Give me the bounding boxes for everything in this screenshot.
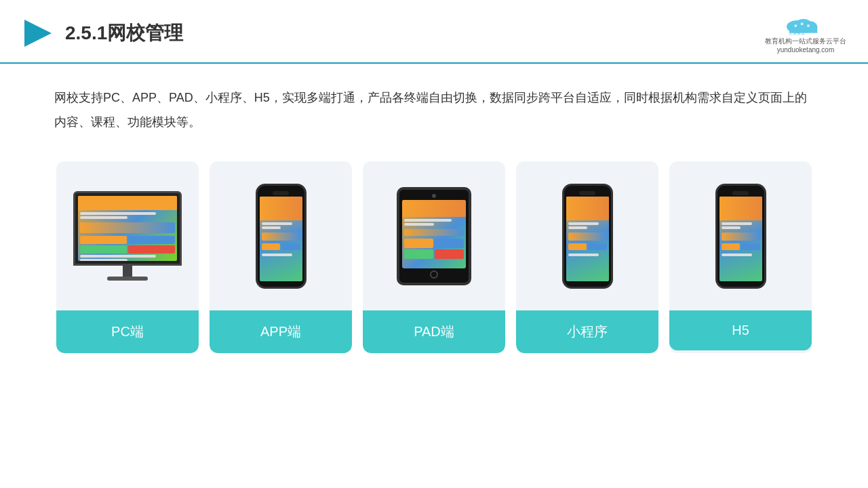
brand-tagline: 教育机构一站式服务云平台yunduoketang.com	[765, 37, 846, 54]
brand-url: yunduoketang.com	[777, 46, 835, 54]
card-miniapp-image	[516, 161, 658, 310]
miniapp-device-mock	[562, 184, 613, 289]
card-app-image	[210, 161, 352, 310]
app-device-mock	[256, 184, 307, 289]
svg-text:云朵课堂: 云朵课堂	[789, 31, 805, 35]
svg-marker-0	[24, 20, 52, 47]
card-pad: PAD端	[363, 161, 505, 353]
card-miniapp: 小程序	[516, 161, 658, 353]
card-h5-label: H5	[669, 310, 812, 350]
card-pc: PC端	[56, 161, 199, 353]
h5-device-mock	[715, 184, 766, 289]
page-title: 2.5.1网校管理	[65, 20, 183, 46]
card-miniapp-label: 小程序	[516, 310, 658, 353]
card-h5-image	[669, 161, 812, 310]
card-h5: H5	[669, 161, 812, 353]
header: 2.5.1网校管理 云朵课堂 教育机构一站式服务云平台yunduoketang.…	[0, 0, 868, 64]
description-text: 网校支持PC、APP、PAD、小程序、H5，实现多端打通，产品各终端自由切换，数…	[0, 64, 868, 145]
card-pad-label: PAD端	[363, 310, 505, 353]
pad-device-mock	[397, 187, 471, 285]
card-app: APP端	[210, 161, 352, 353]
card-pc-image	[56, 161, 199, 310]
card-pc-label: PC端	[56, 310, 199, 353]
cards-container: PC端	[0, 145, 868, 369]
svg-point-5	[794, 24, 797, 27]
play-arrow-icon	[22, 17, 54, 49]
card-app-label: APP端	[210, 310, 352, 353]
card-pad-image	[363, 161, 505, 310]
brand-cloud-icon: 云朵课堂	[778, 12, 833, 37]
svg-point-6	[801, 22, 804, 25]
header-left: 2.5.1网校管理	[22, 17, 183, 49]
svg-point-7	[807, 24, 810, 27]
pc-device-mock	[73, 191, 182, 281]
brand-logo: 云朵课堂 教育机构一站式服务云平台yunduoketang.com	[765, 12, 846, 54]
